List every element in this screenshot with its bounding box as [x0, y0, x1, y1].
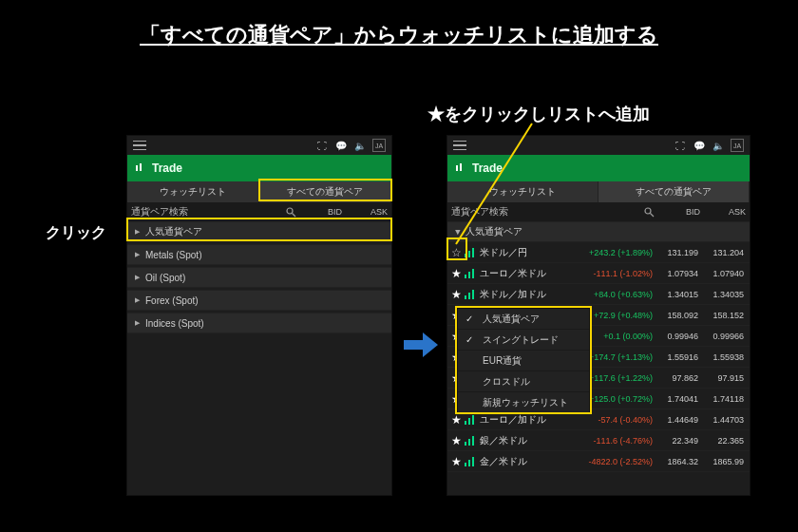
tabs: ウォッチリスト すべての通貨ペア	[447, 181, 750, 202]
price-row[interactable]: ★ 銀／米ドル -111.6 (-4.76%) 22.349 22.365	[447, 430, 750, 451]
ask-value: 158.152	[698, 311, 744, 320]
trade-bar: Trade	[127, 155, 391, 181]
popup-item[interactable]: EUR通貨	[458, 351, 589, 371]
check-icon: ✓	[466, 334, 475, 345]
price-row[interactable]: ★ ユーロ／米ドル -111.1 (-1.02%) 1.07934 1.0794…	[447, 263, 750, 284]
popup-item[interactable]: クロスドル	[458, 371, 589, 392]
click-label: クリック	[46, 223, 106, 243]
favorite-star-icon[interactable]: ☆	[447, 246, 465, 259]
search-row: 通貨ペア検索 BID ASK	[447, 202, 750, 221]
chat-icon[interactable]: 💬	[693, 139, 706, 152]
menu-icon[interactable]	[133, 139, 146, 152]
change-value: -4822.0 (-2.52%)	[571, 457, 653, 466]
bid-value: 1.44649	[653, 415, 698, 425]
popup-label: スイングトレード	[483, 333, 559, 347]
bid-value: 22.349	[653, 436, 698, 446]
category-label: Metals (Spot)	[145, 250, 201, 260]
menu-icon[interactable]	[453, 139, 466, 152]
panel-left: ⛶ 💬 🔈 JA Trade ウォッチリスト すべての通貨ペア 通貨ペア検索 B…	[126, 135, 392, 496]
ask-value: 97.915	[698, 373, 744, 383]
header-bid: BID	[296, 207, 342, 217]
favorite-star-icon[interactable]: ★	[447, 288, 465, 301]
svg-marker-0	[404, 332, 438, 357]
chevron-right-icon: ▶	[135, 251, 140, 258]
bid-value: 1.34015	[653, 290, 698, 299]
header-bid: BID	[655, 207, 700, 217]
header-ask: ASK	[700, 207, 746, 217]
ask-value: 1.34035	[698, 290, 744, 299]
signal-icon	[465, 248, 478, 257]
bid-value: 1864.32	[653, 457, 698, 466]
bid-value: 158.092	[653, 311, 698, 320]
category-label: 人気通貨ペア	[466, 225, 522, 238]
bid-value: 1.74041	[653, 394, 698, 404]
ask-value: 0.99966	[698, 332, 744, 341]
signal-icon	[465, 457, 478, 466]
ask-value: 131.204	[698, 248, 744, 257]
pair-name: ユーロ／加ドル	[478, 413, 571, 427]
tab-watchlist[interactable]: ウォッチリスト	[447, 181, 598, 202]
chevron-down-icon: ▶	[454, 230, 462, 235]
ask-value: 1.55938	[698, 352, 744, 362]
price-row[interactable]: ★ 金／米ドル -4822.0 (-2.52%) 1864.32 1865.99	[447, 451, 750, 472]
search-input[interactable]: 通貨ペア検索	[131, 205, 281, 218]
sound-icon[interactable]: 🔈	[712, 139, 725, 152]
arrow-right-icon	[404, 332, 438, 357]
pair-name: 銀／米ドル	[478, 434, 571, 447]
search-row: 通貨ペア検索 BID ASK	[127, 202, 391, 221]
category-row[interactable]: ▶Forex (Spot)	[127, 290, 391, 311]
favorite-star-icon[interactable]: ★	[447, 455, 465, 468]
check-icon: ✓	[466, 314, 475, 324]
lang-icon[interactable]: JA	[731, 139, 744, 152]
pair-name: 米ドル／加ドル	[478, 288, 571, 301]
favorite-star-icon[interactable]: ★	[447, 434, 465, 447]
scan-icon[interactable]: ⛶	[315, 139, 329, 152]
tab-allpairs[interactable]: すべての通貨ペア	[598, 181, 750, 202]
favorite-star-icon[interactable]: ★	[447, 267, 465, 280]
sound-icon[interactable]: 🔈	[353, 139, 367, 152]
price-row[interactable]: ☆ 米ドル／円 +243.2 (+1.89%) 131.199 131.204	[447, 242, 750, 263]
bid-value: 97.862	[653, 373, 698, 383]
trade-bar: Trade	[447, 155, 750, 181]
category-row[interactable]: ▶人気通貨ペア	[127, 221, 391, 242]
search-icon[interactable]	[643, 206, 655, 218]
scan-icon[interactable]: ⛶	[674, 139, 687, 152]
popup-label: クロスドル	[483, 375, 530, 389]
svg-rect-5	[456, 165, 458, 171]
favorite-star-icon[interactable]: ★	[447, 413, 465, 427]
pair-name: 金／米ドル	[478, 455, 571, 468]
tab-watchlist[interactable]: ウォッチリスト	[127, 181, 259, 202]
bid-value: 1.07934	[653, 269, 698, 278]
popup-item[interactable]: ✓人気通貨ペア	[458, 309, 589, 330]
signal-icon	[465, 415, 478, 425]
bid-value: 1.55916	[653, 352, 698, 362]
candlestick-icon	[455, 163, 465, 173]
chevron-right-icon: ▶	[135, 319, 140, 327]
lang-icon[interactable]: JA	[372, 139, 386, 152]
pair-name: ユーロ／米ドル	[478, 267, 571, 280]
tabs: ウォッチリスト すべての通貨ペア	[127, 181, 391, 202]
popup-item[interactable]: 新規ウォッチリスト	[458, 392, 589, 413]
search-input[interactable]: 通貨ペア検索	[451, 205, 639, 218]
popup-item[interactable]: ✓スイングトレード	[458, 330, 589, 351]
tab-allpairs[interactable]: すべての通貨ペア	[259, 181, 391, 202]
ask-value: 22.365	[698, 436, 744, 446]
ask-value: 1.44703	[698, 415, 744, 425]
watchlist-popup: ✓人気通貨ペア✓スイングトレードEUR通貨クロスドル新規ウォッチリスト	[457, 308, 590, 414]
popup-label: EUR通貨	[483, 354, 522, 368]
chevron-right-icon: ▶	[135, 274, 140, 281]
chat-icon[interactable]: 💬	[334, 139, 348, 152]
category-row[interactable]: ▶ 人気通貨ペア	[447, 221, 750, 242]
category-row[interactable]: ▶Indices (Spot)	[127, 313, 391, 333]
svg-point-3	[287, 208, 293, 214]
ask-value: 1.74118	[698, 394, 744, 404]
trade-label: Trade	[152, 162, 182, 175]
category-row[interactable]: ▶Oil (Spot)	[127, 267, 391, 288]
category-label: Oil (Spot)	[145, 273, 185, 283]
price-row[interactable]: ★ 米ドル／加ドル +84.0 (+0.63%) 1.34015 1.34035	[447, 284, 750, 305]
category-row[interactable]: ▶Metals (Spot)	[127, 244, 391, 265]
search-icon[interactable]	[285, 206, 296, 218]
svg-rect-6	[460, 163, 462, 171]
change-value: -57.4 (-0.40%)	[571, 415, 653, 425]
change-value: +243.2 (+1.89%)	[571, 248, 653, 257]
